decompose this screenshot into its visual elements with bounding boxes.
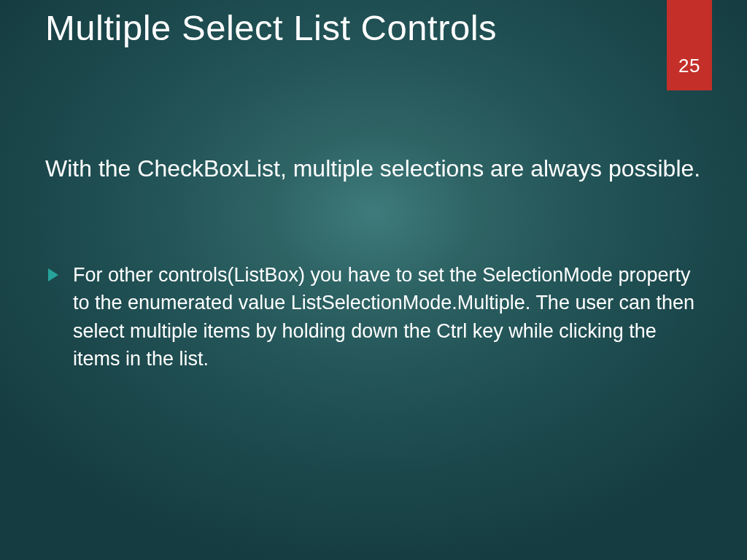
slide-title: Multiple Select List Controls (45, 7, 497, 48)
list-item: For other controls(ListBox) you have to … (45, 261, 702, 373)
page-number: 25 (678, 55, 700, 77)
bullet-list: For other controls(ListBox) you have to … (45, 261, 702, 373)
bullet-text: For other controls(ListBox) you have to … (73, 264, 694, 370)
page-number-badge: 25 (667, 0, 712, 90)
triangle-bullet-icon (48, 268, 58, 281)
slide-intro-text: With the CheckBoxList, multiple selectio… (45, 153, 702, 184)
